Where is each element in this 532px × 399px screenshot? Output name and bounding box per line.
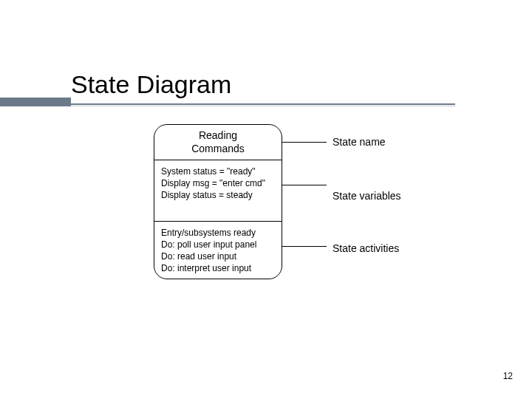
state-activity-line: Do: read user input	[161, 250, 275, 262]
state-name-line2: Commands	[159, 143, 277, 156]
slide-title: State Diagram	[71, 70, 455, 100]
title-underline	[71, 103, 455, 106]
label-state-variables: State variables	[332, 190, 401, 202]
page-number: 12	[503, 371, 513, 381]
state-var-line: Display msg = "enter cmd"	[161, 177, 275, 189]
state-name-line1: Reading	[159, 129, 277, 143]
state-activities-compartment: Entry/subsystems ready Do: poll user inp…	[154, 222, 282, 287]
connector-line	[282, 246, 327, 247]
state-activity-line: Do: interpret user input	[161, 262, 275, 274]
state-variables-compartment: System status = "ready" Display msg = "e…	[154, 160, 282, 222]
state-var-line: System status = "ready"	[161, 166, 275, 177]
connector-line	[282, 142, 327, 143]
state-name-compartment: Reading Commands	[154, 125, 282, 160]
connector-line	[282, 185, 327, 185]
title-block: State Diagram	[71, 70, 455, 106]
label-state-activities: State activities	[332, 242, 399, 254]
title-accent-bar	[0, 98, 71, 106]
label-state-name: State name	[332, 136, 386, 148]
state-activity-line: Do: poll user input panel	[161, 239, 275, 250]
state-node: Reading Commands System status = "ready"…	[154, 124, 282, 279]
state-activity-line: Entry/subsystems ready	[161, 227, 275, 239]
state-var-line: Display status = steady	[161, 189, 275, 201]
